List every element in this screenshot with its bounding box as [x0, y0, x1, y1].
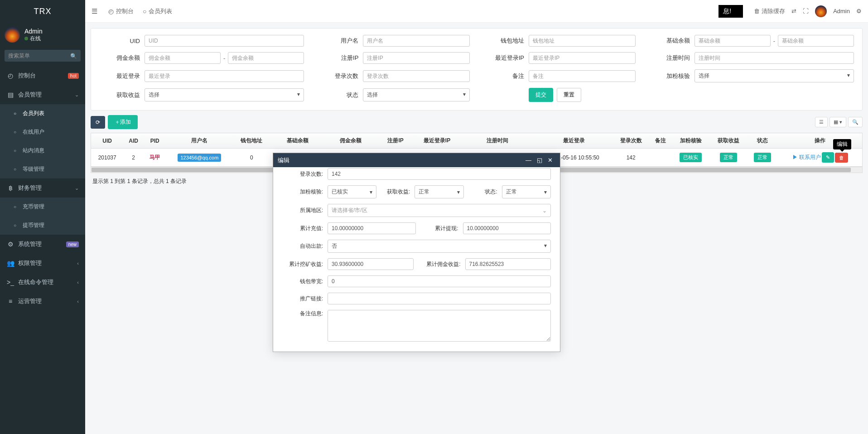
th-备注[interactable]: 备注 — [650, 133, 672, 149]
status-select[interactable]: 选择▾ — [363, 88, 470, 101]
reset-button[interactable]: 重置 — [557, 88, 581, 102]
tab-dashboard[interactable]: ◴控制台 — [104, 7, 138, 15]
comm-balance-max-input[interactable] — [228, 52, 304, 64]
refresh-button[interactable]: ⟳ — [91, 116, 105, 129]
m-mining-input[interactable] — [328, 258, 414, 270]
avatar-small[interactable] — [815, 5, 827, 17]
sidebar-item-提币管理[interactable]: ○提币管理 — [0, 216, 85, 235]
m-note-textarea[interactable] — [328, 310, 551, 342]
email-badge[interactable]: 123456@qq.com — [178, 154, 221, 162]
label-login-count: 登录次数 — [318, 72, 358, 80]
modal-header[interactable]: 编辑 — ◱ ✕ — [273, 153, 560, 167]
contact-user-link[interactable]: ▶ 联系用户 — [792, 154, 821, 161]
th-最近登录IP[interactable]: 最近登录IP — [415, 133, 459, 149]
m-label-wallet-bw: 钱包带宽: — [273, 278, 323, 285]
tab-members[interactable]: ○会员列表 — [138, 7, 177, 15]
th-最近登录[interactable]: 最近登录 — [535, 133, 612, 149]
edit-button[interactable]: ✎ — [822, 152, 834, 163]
m-status-select[interactable]: 正常▾ — [502, 185, 551, 198]
th-佣金余额[interactable]: 佣金余额 — [325, 133, 376, 149]
nav-label: 财务管理 — [18, 184, 42, 192]
m-comm-total-input[interactable] — [465, 258, 551, 270]
m-login-count-input[interactable] — [328, 168, 551, 180]
status-badge[interactable]: 正常 — [754, 153, 771, 162]
settings-icon[interactable]: ⚙ — [856, 8, 862, 14]
m-label-autopay: 自动出款: — [273, 242, 323, 250]
th-钱包地址[interactable]: 钱包地址 — [233, 133, 270, 149]
cell-ops: 编辑 ▶ 联系用户 ✎ 🗑 — [778, 149, 862, 167]
th-获取收益[interactable]: 获取收益 — [710, 133, 747, 149]
nav-label: 权限管理 — [18, 259, 42, 267]
add-button[interactable]: ＋添加 — [108, 115, 138, 129]
uid-input[interactable] — [145, 35, 304, 47]
label-reg-time: 注册时间 — [649, 54, 690, 62]
sidebar-item-会员管理[interactable]: ▤会员管理⌄ — [0, 85, 85, 104]
m-withdraw-input[interactable] — [463, 222, 551, 234]
fullscreen-icon[interactable]: ⛶ — [803, 8, 809, 14]
dash: - — [223, 55, 225, 62]
sidebar-item-运营管理[interactable]: ≡运营管理‹ — [0, 292, 85, 311]
sidebar-item-充币管理[interactable]: ○充币管理 — [0, 198, 85, 216]
th-基础余额[interactable]: 基础余额 — [270, 133, 326, 149]
last-login-input[interactable] — [145, 70, 304, 82]
maximize-icon[interactable]: ◱ — [534, 156, 545, 164]
clear-cache-button[interactable]: 🗑清除缓存 — [754, 7, 785, 15]
th-AID[interactable]: AID — [123, 133, 144, 149]
profit-select[interactable]: 选择▾ — [145, 88, 304, 101]
minimize-icon[interactable]: — — [523, 156, 534, 164]
submit-button[interactable]: 提交 — [529, 88, 553, 102]
th-注册IP[interactable]: 注册IP — [376, 133, 415, 149]
label-username: 用户名 — [318, 37, 358, 45]
m-promo-input[interactable] — [328, 293, 551, 304]
m-label-withdraw: 累计提现: — [422, 225, 458, 232]
m-fan-select[interactable]: 已核实▾ — [328, 185, 376, 198]
m-label-promo: 推广链接: — [273, 295, 323, 303]
lang-icon[interactable]: ⇄ — [791, 8, 796, 14]
comm-balance-min-input[interactable] — [145, 52, 221, 64]
login-ip-input[interactable] — [529, 52, 636, 64]
m-profit-select[interactable]: 正常▾ — [415, 185, 463, 198]
m-wallet-bw-input[interactable] — [328, 275, 551, 287]
profit-badge[interactable]: 正常 — [720, 153, 737, 162]
th-状态[interactable]: 状态 — [747, 133, 778, 149]
sidebar-item-在线命令管理[interactable]: >_在线命令管理‹ — [0, 273, 85, 292]
m-region-select[interactable]: 请选择省/市/区⌄ — [328, 204, 551, 217]
sidebar-item-在线用户[interactable]: ○在线用户 — [0, 123, 85, 141]
base-balance-min-input[interactable] — [694, 35, 771, 47]
sidebar-item-财务管理[interactable]: ฿财务管理⌄ — [0, 178, 85, 198]
search-menu-input[interactable] — [5, 50, 81, 62]
close-icon[interactable]: ✕ — [545, 156, 555, 164]
login-count-input[interactable] — [363, 70, 470, 82]
th-加粉核验[interactable]: 加粉核验 — [672, 133, 710, 149]
remark-input[interactable] — [529, 70, 636, 82]
m-autopay-select[interactable]: 否▾ — [328, 240, 551, 253]
th-PID[interactable]: PID — [144, 133, 166, 149]
sidebar-item-等级管理[interactable]: ○等级管理 — [0, 160, 85, 178]
th-UID[interactable]: UID — [91, 133, 123, 149]
reg-ip-input[interactable] — [363, 52, 470, 64]
sidebar-item-权限管理[interactable]: 👥权限管理‹ — [0, 254, 85, 273]
sidebar-item-系统管理[interactable]: ⚙系统管理new — [0, 235, 85, 254]
admin-name[interactable]: Admin — [833, 8, 850, 14]
reg-time-input[interactable] — [694, 52, 854, 64]
sidebar-item-站内消息[interactable]: ○站内消息 — [0, 141, 85, 160]
tab-label: 控制台 — [116, 7, 134, 15]
menu-toggle-icon[interactable]: ☰ — [92, 7, 97, 15]
fan-check-select[interactable]: 选择▾ — [694, 69, 854, 82]
m-deposit-input[interactable] — [328, 222, 416, 234]
nav-icon: ฿ — [6, 184, 14, 192]
base-balance-max-input[interactable] — [778, 35, 854, 47]
th-用户名[interactable]: 用户名 — [166, 133, 233, 149]
view-grid-button[interactable]: ▦ ▾ — [829, 117, 846, 127]
view-list-button[interactable]: ☰ — [815, 117, 828, 127]
table-search-button[interactable]: 🔍 — [848, 117, 863, 127]
wallet-input[interactable] — [529, 35, 636, 47]
sidebar-item-会员列表[interactable]: ○会员列表 — [0, 104, 85, 123]
label: 添加 — [120, 119, 131, 125]
th-登录次数[interactable]: 登录次数 — [612, 133, 650, 149]
username-input[interactable] — [363, 35, 470, 47]
th-注册时间[interactable]: 注册时间 — [459, 133, 535, 149]
fan-badge[interactable]: 已核实 — [680, 153, 702, 162]
nav-icon: ≡ — [6, 298, 14, 305]
sidebar-item-控制台[interactable]: ◴控制台hot — [0, 66, 85, 85]
